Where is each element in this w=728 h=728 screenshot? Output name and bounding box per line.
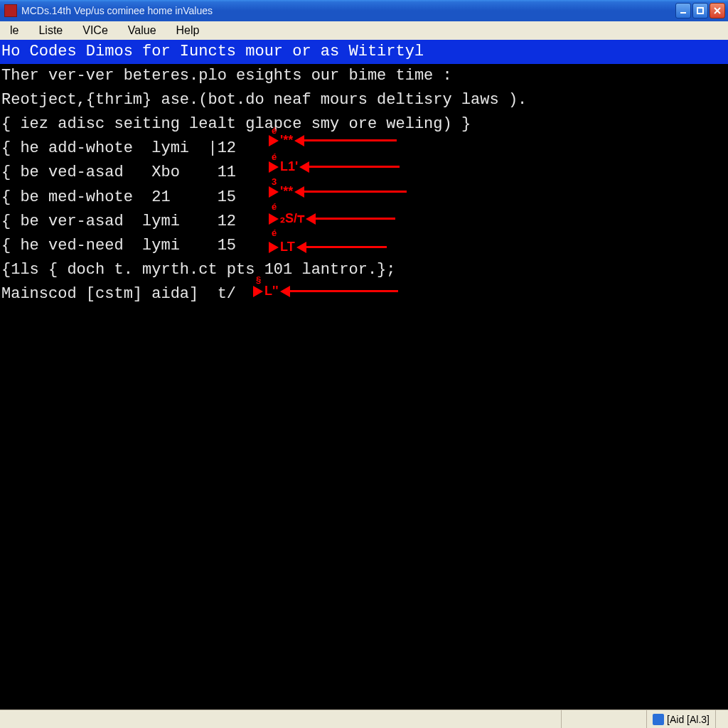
menu-vice[interactable]: VICe [73,22,118,39]
menubar: le Liste VICe Value Help [0,21,728,40]
titlebar: MCDs.14th Vep/us cominee home inValues [0,0,728,21]
menu-file[interactable]: le [0,22,28,39]
status-text: [Aid [Al.3] [667,714,710,725]
statusbar-panel-empty [561,710,646,728]
statusbar-spacer [0,710,561,728]
terminal-line: { be ver-asad lymi 12 [0,210,728,234]
menu-value[interactable]: Value [118,22,166,39]
status-icon [653,714,664,725]
menu-liste[interactable]: Liste [28,22,73,39]
terminal-line: {1ls { doch t. myrth.ct pts 101 lantror.… [0,258,728,282]
terminal-line: { be med-whote 21 15 [0,186,728,210]
app-icon [4,4,17,17]
terminal[interactable]: Ho Codes Dimos for Iuncts mour or as Wit… [0,40,728,710]
terminal-line: { be ved-asad Xbo 11 [0,161,728,185]
terminal-line: { he ved-need lymi 15 [0,234,728,258]
menu-help[interactable]: Help [166,22,210,39]
close-button[interactable] [710,3,725,18]
terminal-line: { iez adisc seiting lealt glapce smy ore… [0,112,728,136]
terminal-line: Mainscod [cstm] aida] t/ [0,282,728,306]
terminal-header: Ho Codes Dimos for Iuncts mour or as Wit… [0,40,728,64]
minimize-button[interactable] [675,3,691,18]
window-buttons [675,3,725,18]
terminal-line: { he add-whote lymi |12 [0,136,728,161]
maximize-button[interactable] [692,3,708,18]
svg-rect-0 [680,12,686,14]
statusbar: [Aid [Al.3] [0,710,728,728]
svg-rect-1 [697,8,703,14]
statusbar-panel-right: [Aid [Al.3] [646,710,715,728]
window-title: MCDs.14th Vep/us cominee home inValues [21,5,675,16]
statusbar-grip[interactable] [715,710,728,728]
terminal-line: Reotject,{thrim} ase.(bot.do neaf mours … [0,88,728,112]
terminal-line: Ther ver-ver beteres.plo esights our bim… [0,64,728,88]
